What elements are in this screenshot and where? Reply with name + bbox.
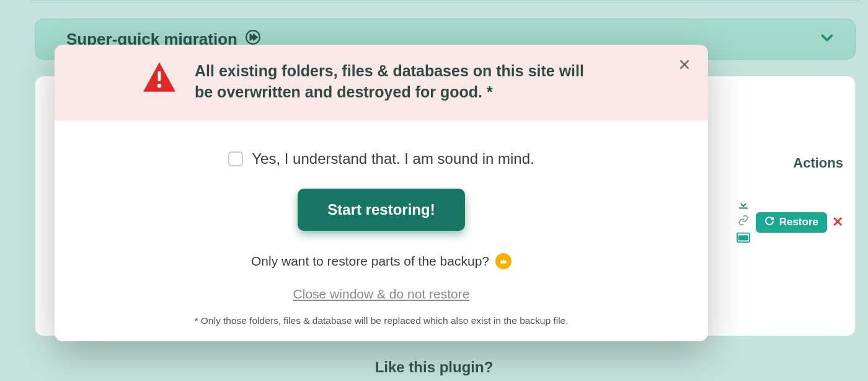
confirm-checkbox[interactable] bbox=[228, 151, 243, 166]
partial-restore-line: Only want to restore parts of the backup… bbox=[251, 253, 512, 269]
table-row-actions: LOG Restore ✕ bbox=[707, 199, 843, 246]
refresh-icon bbox=[764, 216, 774, 229]
action-icon-stack: LOG bbox=[736, 199, 751, 246]
link-icon[interactable] bbox=[737, 215, 750, 228]
svg-rect-1 bbox=[738, 207, 747, 208]
close-icon[interactable] bbox=[678, 58, 691, 73]
svg-text:LOG: LOG bbox=[740, 236, 747, 240]
restore-confirm-modal: All existing folders, files & databases … bbox=[55, 45, 708, 341]
log-icon[interactable]: LOG bbox=[736, 231, 751, 246]
restore-button[interactable]: Restore bbox=[756, 212, 827, 233]
crown-icon[interactable] bbox=[495, 253, 512, 269]
modal-warning-text: All existing folders, files & databases … bbox=[195, 61, 604, 103]
svg-rect-5 bbox=[158, 71, 161, 82]
close-and-cancel-link[interactable]: Close window & do not restore bbox=[293, 287, 470, 302]
modal-header: All existing folders, files & databases … bbox=[55, 45, 708, 120]
confirm-label: Yes, I understand that. I am sound in mi… bbox=[252, 150, 534, 168]
restore-button-label: Restore bbox=[779, 216, 818, 228]
modal-footnote: * Only those folders, files & database w… bbox=[79, 315, 683, 326]
modal-body: Yes, I understand that. I am sound in mi… bbox=[55, 120, 708, 341]
download-icon[interactable] bbox=[737, 199, 750, 212]
confirm-row: Yes, I understand that. I am sound in mi… bbox=[228, 150, 534, 168]
svg-point-6 bbox=[157, 84, 162, 88]
partial-restore-text: Only want to restore parts of the backup… bbox=[251, 254, 489, 269]
like-plugin-heading: Like this plugin? bbox=[0, 359, 868, 376]
chevron-down-icon bbox=[818, 29, 836, 50]
top-bar-sliver bbox=[31, 0, 859, 2]
table-col-actions: Actions bbox=[793, 155, 843, 171]
start-restoring-button[interactable]: Start restoring! bbox=[298, 189, 464, 231]
delete-icon[interactable]: ✕ bbox=[832, 214, 843, 230]
warning-icon bbox=[141, 61, 177, 96]
